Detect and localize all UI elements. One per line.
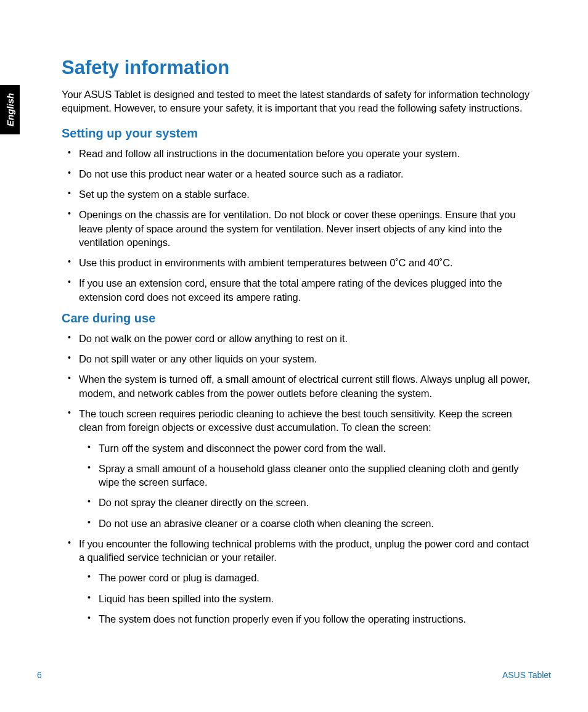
- list-item: Turn off the system and disconnect the p…: [79, 441, 536, 455]
- list-item: Use this product in environments with am…: [62, 256, 536, 269]
- setup-list: Read and follow all instructions in the …: [62, 147, 536, 304]
- sub-list: The power cord or plug is damaged.Liquid…: [79, 571, 536, 626]
- sub-list: Turn off the system and disconnect the p…: [79, 441, 536, 530]
- list-item: When the system is turned off, a small a…: [62, 372, 536, 400]
- list-item: Do not use an abrasive cleaner or a coar…: [79, 517, 536, 530]
- list-item: Do not spill water or any other liquids …: [62, 352, 536, 366]
- page-title: Safety information: [62, 57, 536, 79]
- intro-paragraph: Your ASUS Tablet is designed and tested …: [62, 88, 536, 115]
- list-item: Do not spray the cleaner directly on the…: [79, 496, 536, 509]
- page-number: 6: [37, 670, 42, 680]
- list-item: Openings on the chassis are for ventilat…: [62, 208, 536, 249]
- page-footer: 6 ASUS Tablet: [37, 670, 551, 680]
- list-item: If you use an extension cord, ensure tha…: [62, 276, 536, 304]
- doc-title: ASUS Tablet: [502, 670, 551, 680]
- care-list: Do not walk on the power cord or allow a…: [62, 332, 536, 626]
- list-item: Read and follow all instructions in the …: [62, 147, 536, 160]
- list-item: Spray a small amount of a household glas…: [79, 462, 536, 489]
- list-item: The power cord or plug is damaged.: [79, 571, 536, 584]
- list-item: If you encounter the following technical…: [62, 537, 536, 626]
- list-item: The system does not function properly ev…: [79, 612, 536, 626]
- section-heading-care: Care during use: [62, 311, 536, 325]
- list-item: Set up the system on a stable surface.: [62, 187, 536, 201]
- page-content: Safety information Your ASUS Tablet is d…: [62, 57, 536, 633]
- section-heading-setup: Setting up your system: [62, 126, 536, 141]
- list-item: The touch screen requires periodic clean…: [62, 407, 536, 530]
- language-tab: English: [0, 85, 20, 134]
- list-item: Do not use this product near water or a …: [62, 167, 536, 181]
- list-item: Liquid has been spilled into the system.: [79, 592, 536, 605]
- list-item: Do not walk on the power cord or allow a…: [62, 332, 536, 345]
